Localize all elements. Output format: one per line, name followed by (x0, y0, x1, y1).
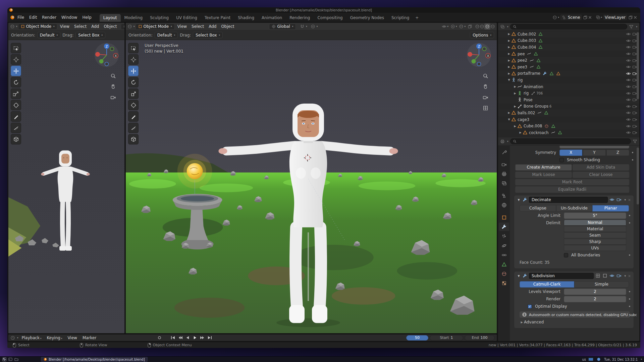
advanced-row[interactable]: ▶ Advanced (514, 319, 632, 325)
cursor-tool[interactable] (11, 54, 21, 65)
unlink-scene-icon[interactable] (588, 15, 592, 20)
hide-eye-icon[interactable] (626, 130, 631, 135)
tab-render[interactable] (499, 160, 509, 169)
hide-eye-icon[interactable] (626, 58, 631, 63)
tab-tool[interactable] (499, 148, 509, 156)
tab-physics[interactable] (499, 241, 509, 250)
scene-browse-icon[interactable] (552, 15, 557, 20)
outliner-row[interactable]: ▶Bone Groups6 (498, 103, 639, 110)
new-scene-icon[interactable] (583, 15, 588, 20)
symmetry-x-button[interactable]: X (559, 149, 582, 156)
remove-viewlayer-icon[interactable] (633, 15, 638, 20)
menu-add[interactable]: Add (89, 23, 101, 29)
optimal-display-checkbox[interactable]: ✓ (528, 304, 532, 309)
jump-to-start-button[interactable] (170, 335, 176, 340)
tab-scripting[interactable]: Scripting (388, 14, 413, 22)
snap-magnet-icon[interactable] (300, 24, 305, 29)
tab-view-layer[interactable] (499, 179, 509, 187)
delimit-uvs-button[interactable]: UVs (564, 245, 626, 251)
move-tool[interactable] (11, 66, 21, 76)
disable-render-icon[interactable] (632, 130, 637, 135)
cursor-tool[interactable] (128, 54, 139, 65)
display-realtime-toggle[interactable] (609, 273, 615, 279)
close-modifier-icon[interactable] (628, 198, 631, 202)
hide-eye-icon[interactable] (626, 104, 631, 109)
mode-dropdown[interactable]: Object Mode▾ (136, 23, 175, 30)
disable-render-icon[interactable] (632, 110, 637, 115)
shading-material-icon[interactable] (484, 23, 490, 29)
tab-output[interactable] (499, 170, 509, 178)
orientation-dropdown[interactable]: Global▾ (269, 23, 296, 30)
current-frame-field[interactable]: 50 (406, 335, 428, 341)
outliner-row[interactable]: ▶pee3 (498, 64, 639, 70)
scale-tool[interactable] (128, 88, 139, 99)
tab-texture[interactable] (499, 279, 509, 287)
select-box-tool[interactable] (128, 43, 139, 53)
menu-view[interactable]: View (175, 23, 189, 29)
transform-tool[interactable] (11, 100, 21, 110)
frame-end-field[interactable]: End100 (465, 335, 495, 341)
show-gizmos-icon[interactable] (450, 24, 455, 29)
clear-loose-button[interactable]: Clear Loose (573, 172, 629, 178)
pager-icon[interactable] (2, 357, 6, 361)
play-button[interactable] (192, 335, 198, 340)
network-tray-icon[interactable] (597, 357, 601, 361)
equalize-radii-button[interactable]: Equalize Radii (515, 186, 629, 193)
hide-eye-icon[interactable] (626, 71, 631, 76)
show-overlays-icon[interactable] (459, 24, 464, 29)
frame-start-field[interactable]: Start1 (430, 335, 463, 341)
simple-button[interactable]: Simple (574, 281, 629, 288)
hide-eye-icon[interactable] (626, 32, 631, 37)
decimate-collapse-button[interactable]: Collapse (520, 205, 556, 212)
hide-eye-icon[interactable] (626, 84, 631, 89)
options-dropdown[interactable]: Options▾ (470, 32, 494, 38)
outliner-scrollbar[interactable] (637, 32, 639, 99)
hide-eye-icon[interactable] (626, 110, 631, 115)
tab-geometry-nodes[interactable]: Geometry Nodes (346, 14, 388, 22)
tray-chevron-icon[interactable]: ▾ (641, 358, 642, 361)
menu-select[interactable]: Select (72, 23, 89, 29)
tab-rendering[interactable]: Rendering (286, 14, 314, 22)
outliner-display-mode-icon[interactable] (500, 24, 505, 29)
pan-hand-icon[interactable] (110, 84, 116, 89)
mark-loose-button[interactable]: Mark Loose (515, 172, 572, 178)
outliner-row[interactable]: ▶pee (498, 51, 639, 57)
flag-icon[interactable] (588, 358, 593, 361)
scene-selector[interactable]: Scene (560, 14, 582, 20)
keying-menu[interactable]: Keying▾ (45, 335, 64, 341)
clock-label[interactable]: Tue, 31 Dec 13:32:1 (604, 358, 638, 361)
subdivision-header[interactable]: ▼ Subdivision ▾ (514, 272, 634, 280)
camera-view-icon[interactable] (110, 95, 116, 100)
zoom-icon[interactable] (110, 73, 116, 79)
hide-eye-icon[interactable] (626, 77, 631, 82)
mark-root-button[interactable]: Mark Root (515, 179, 629, 185)
decimate-unsubdivide-button[interactable]: Un-Subdivide (556, 205, 593, 212)
properties-search-input[interactable] (510, 138, 631, 144)
outliner-row[interactable]: ▶cockroach (498, 129, 639, 136)
properties-filter-icon[interactable] (633, 139, 637, 144)
tab-compositing[interactable]: Compositing (314, 14, 346, 22)
drag-dropdown[interactable]: Select Box▾ (193, 32, 223, 38)
tab-constraints[interactable] (499, 251, 509, 259)
all-boundaries-checkbox[interactable] (564, 253, 568, 257)
tab-shading[interactable]: Shading (234, 14, 258, 22)
glowing-orb[interactable] (177, 154, 212, 189)
catmull-clark-button[interactable]: Catmull-Clark (520, 281, 574, 288)
view-menu[interactable]: View (65, 335, 79, 341)
viewlayer-browse-icon[interactable] (596, 15, 600, 20)
files-icon[interactable] (14, 357, 18, 361)
proportional-editing-icon[interactable] (311, 24, 315, 29)
rotate-tool[interactable] (128, 77, 139, 87)
hide-eye-icon[interactable] (626, 124, 631, 129)
tab-modifiers[interactable] (499, 223, 509, 231)
outliner-filter-icon[interactable] (629, 24, 634, 29)
render-levels-field[interactable]: 2 (564, 296, 626, 302)
delimit-seam-button[interactable]: Seam (564, 232, 626, 238)
levels-viewport-field[interactable]: 2 (564, 289, 626, 295)
tab-object-data[interactable] (499, 260, 509, 268)
hide-eye-icon[interactable] (626, 97, 631, 102)
mode-dropdown[interactable]: Object Mode▾ (18, 23, 57, 30)
disable-render-icon[interactable] (632, 104, 637, 109)
outliner-row[interactable]: ▶pee2 (498, 57, 639, 64)
outliner-row[interactable]: ▼cage3 (498, 116, 639, 123)
